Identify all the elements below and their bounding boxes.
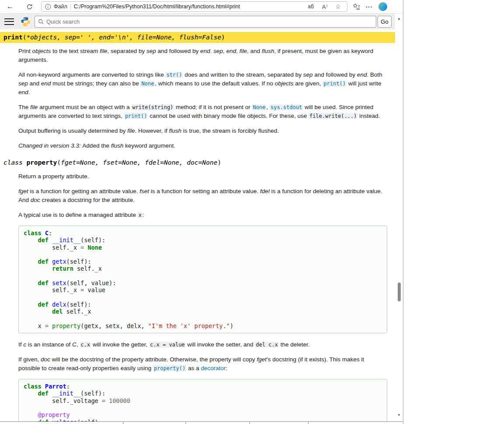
text-segment: is an instance of (26, 341, 72, 348)
text-segment: sep (303, 71, 313, 78)
favorites-hub-icon[interactable] (353, 3, 360, 10)
search-icon (38, 19, 44, 25)
code-link[interactable]: None (140, 81, 155, 87)
text-segment: and followed by (313, 71, 357, 78)
text-segment: : (226, 365, 228, 371)
window-bottom-edge (0, 421, 403, 424)
text-segment: will just write (346, 80, 382, 87)
text-segment: flush (169, 127, 182, 134)
paragraph: fget is a function for getting an attrib… (18, 187, 387, 205)
property-description: Return a property attribute. fget is a f… (18, 172, 387, 424)
paragraph: A typical use is to define a managed att… (18, 211, 387, 219)
paragraph: Return a property attribute. (18, 172, 387, 181)
code-example-parrot-class: class Parrot: def __init__(self): self._… (18, 379, 387, 424)
refresh-button[interactable] (24, 1, 35, 12)
property-signature: class property(fget=None, fset=None, fde… (0, 157, 395, 168)
text-segment: , (223, 48, 227, 54)
paragraph: All non-keyword arguments are converted … (18, 71, 387, 97)
code-link[interactable]: sys.stdout (270, 104, 303, 110)
text-segment: sep (214, 48, 223, 54)
code-link[interactable]: None (252, 104, 266, 110)
text-segment: doc (31, 197, 40, 203)
text-segment: objects (275, 80, 294, 87)
text-segment: , separated by (107, 48, 146, 54)
code-line: def delx(self): (24, 301, 382, 308)
search-go-button[interactable]: Go (378, 16, 392, 28)
paragraph: If given, doc will be the docstring of t… (18, 355, 387, 373)
text-segment: property (26, 159, 57, 166)
text-segment: . (28, 89, 30, 95)
text-segment: and followed by (156, 48, 200, 54)
vertical-scrollbar[interactable]: ▲ ▼ (395, 14, 403, 424)
code-link[interactable]: str() (165, 72, 183, 78)
divider-tick (123, 422, 123, 424)
back-button[interactable]: ← (4, 1, 16, 12)
text-segment: A typical use is to define a managed att… (18, 212, 137, 218)
text-segment: is true, the stream is forcibly flushed. (182, 127, 279, 134)
text-segment: sep (18, 80, 28, 87)
text-segment: x (137, 212, 142, 218)
text-segment: c.x (80, 342, 91, 348)
text-segment: end (200, 48, 210, 54)
text-segment: c (23, 341, 26, 348)
scrollbar-thumb[interactable] (398, 283, 401, 301)
text-segment: Print (18, 48, 32, 54)
quick-search-input[interactable] (46, 18, 373, 25)
browser-profile-icon[interactable] (378, 2, 388, 11)
code-line: def setx(self, value): (24, 279, 382, 286)
browser-window: ← i Файл C:/Program%20Files/Python311/Do… (0, 0, 403, 424)
code-line: def __init__(self): (24, 237, 382, 244)
code-line: del self._x (24, 308, 382, 315)
code-line: @property (24, 411, 382, 418)
text-segment: If given, (18, 356, 41, 363)
url-divider (70, 4, 71, 10)
page-info-icon[interactable]: i (45, 4, 51, 10)
paragraph: Print objects to the text stream file, s… (18, 47, 387, 64)
text-segment: C (72, 341, 77, 348)
text-segment: class (4, 159, 26, 166)
code-line: def __init__(self): (24, 390, 382, 397)
scroll-down-icon[interactable]: ▼ (395, 412, 403, 419)
text-segment: will invoke the setter, and (186, 341, 255, 348)
text-segment: , which means to use the default values.… (155, 80, 275, 87)
refresh-icon (26, 4, 33, 10)
text-segment: file (100, 48, 107, 54)
code-line (24, 272, 382, 279)
text-segment: must be strings; they can also be (51, 80, 140, 87)
text-segment: ( (57, 159, 61, 166)
paragraph: If c is an instance of C, c.x will invok… (18, 340, 387, 349)
text-link[interactable]: decorator (201, 365, 226, 371)
code-line: self._voltage = 100000 (24, 397, 382, 404)
menu-icon[interactable] (4, 18, 14, 25)
divider-tick (308, 422, 308, 424)
print-signature: print(*objects, sep=' ', end='\n', file=… (0, 32, 395, 43)
text-segment: print (4, 34, 23, 41)
code-link[interactable]: print() (323, 81, 347, 87)
text-segment: is a function for getting an attribute v… (28, 188, 140, 194)
text-segment: , and (247, 48, 262, 54)
scroll-up-icon[interactable]: ▲ (395, 15, 403, 22)
translate-icon[interactable]: аб (305, 4, 317, 10)
print-description: Print objects to the text stream file, s… (18, 47, 387, 150)
text-segment: are given, (294, 80, 323, 87)
address-bar[interactable]: i Файл C:/Program%20Files/Python311/Doc/… (41, 1, 347, 12)
read-aloud-icon[interactable]: A (319, 4, 329, 10)
text-segment: *objects, sep=' ', end='\n', file=None, … (26, 34, 221, 41)
text-segment: Changed in version 3.3: (18, 142, 82, 149)
code-line (24, 294, 382, 301)
url-text[interactable]: C:/Program%20Files/Python311/Doc/html/li… (74, 4, 302, 10)
text-segment: fget (257, 356, 267, 363)
text-segment: will be the docstring of the property at… (50, 356, 257, 363)
code-line (24, 404, 382, 411)
quick-search-box[interactable] (35, 16, 376, 28)
code-link[interactable]: print() (124, 113, 148, 119)
text-segment: end (18, 89, 28, 95)
code-link[interactable]: property() (153, 365, 186, 371)
add-favorite-icon[interactable]: ☆ (332, 3, 343, 10)
code-line: return self._x (24, 265, 382, 272)
settings-more-icon[interactable]: ··· (366, 4, 373, 10)
text-segment: to the text stream (51, 48, 100, 54)
browser-logo-glyph (378, 2, 388, 11)
python-logo-icon[interactable] (20, 16, 31, 27)
text-segment: : (143, 212, 144, 218)
